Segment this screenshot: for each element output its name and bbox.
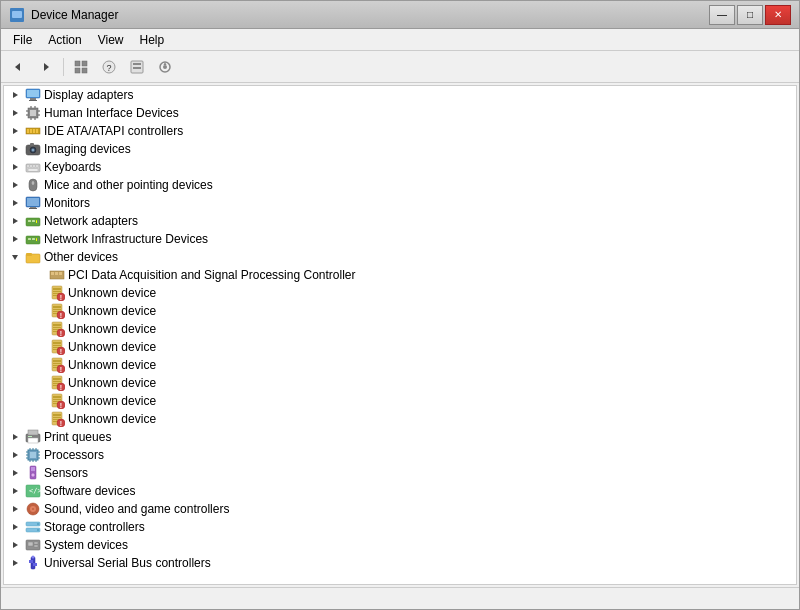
tree-item-unk7[interactable]: !Unknown device: [4, 392, 796, 410]
svg-rect-57: [30, 207, 36, 208]
expand-btn-display[interactable]: [8, 88, 22, 102]
svg-point-157: [31, 473, 35, 477]
minimize-button[interactable]: —: [709, 5, 735, 25]
tree-item-print[interactable]: Print queues: [4, 428, 796, 446]
tree-item-label-storage: Storage controllers: [44, 520, 145, 534]
ide-icon: [25, 123, 41, 139]
expand-btn-sensors[interactable]: [8, 466, 22, 480]
tree-item-storage[interactable]: Storage controllers: [4, 518, 796, 536]
tree-item-label-other: Other devices: [44, 250, 118, 264]
svg-rect-58: [29, 208, 37, 209]
unknown-icon: !: [49, 285, 65, 301]
expand-btn-ide[interactable]: [8, 124, 22, 138]
expand-btn-storage[interactable]: [8, 520, 22, 534]
tree-item-label-netinfra: Network Infrastructure Devices: [44, 232, 208, 246]
tree-item-monitors[interactable]: Monitors: [4, 194, 796, 212]
tree-item-usb[interactable]: Universal Serial Bus controllers: [4, 554, 796, 572]
menu-item-file[interactable]: File: [5, 31, 40, 49]
tree-item-keyboards[interactable]: Keyboards: [4, 158, 796, 176]
svg-point-168: [37, 523, 39, 525]
close-button[interactable]: ✕: [765, 5, 791, 25]
expand-btn-print[interactable]: [8, 430, 22, 444]
svg-rect-80: [53, 291, 61, 292]
tree-item-hid[interactable]: Human Interface Devices: [4, 104, 796, 122]
expand-btn-unk2[interactable]: [32, 304, 46, 318]
tree-item-ide[interactable]: IDE ATA/ATAPI controllers: [4, 122, 796, 140]
tree-item-system[interactable]: System devices: [4, 536, 796, 554]
toolbar-separator-1: [63, 58, 64, 76]
expand-btn-netinfra[interactable]: [8, 232, 22, 246]
device-tree[interactable]: Display adaptersHuman Interface DevicesI…: [3, 85, 797, 585]
storage-icon: [25, 519, 41, 535]
window-title: Device Manager: [31, 8, 118, 22]
expand-btn-unk7[interactable]: [32, 394, 46, 408]
tree-item-unk4[interactable]: !Unknown device: [4, 338, 796, 356]
menu-item-view[interactable]: View: [90, 31, 132, 49]
keyboard-icon: [25, 159, 41, 175]
expand-btn-hid[interactable]: [8, 106, 22, 120]
tree-item-unk8[interactable]: !Unknown device: [4, 410, 796, 428]
sound-icon: [25, 501, 41, 517]
expand-btn-usb[interactable]: [8, 556, 22, 570]
expand-btn-unk1[interactable]: [32, 286, 46, 300]
expand-btn-software[interactable]: [8, 484, 22, 498]
maximize-button[interactable]: □: [737, 5, 763, 25]
back-button[interactable]: [5, 55, 31, 79]
tree-item-display[interactable]: Display adapters: [4, 86, 796, 104]
expand-btn-pci[interactable]: [32, 268, 46, 282]
tree-item-software[interactable]: </>Software devices: [4, 482, 796, 500]
expand-btn-mice[interactable]: [8, 178, 22, 192]
tree-item-label-mice: Mice and other pointing devices: [44, 178, 213, 192]
properties-button[interactable]: [68, 55, 94, 79]
svg-marker-65: [13, 236, 18, 242]
scan-button[interactable]: [152, 55, 178, 79]
expand-btn-unk5[interactable]: [32, 358, 46, 372]
menu-item-action[interactable]: Action: [40, 31, 89, 49]
svg-marker-175: [13, 560, 18, 566]
tree-item-pci[interactable]: PCI Data Acquisition and Signal Processi…: [4, 266, 796, 284]
svg-text:</>: </>: [29, 487, 41, 495]
tree-item-netinfra[interactable]: Network Infrastructure Devices: [4, 230, 796, 248]
expand-btn-unk4[interactable]: [32, 340, 46, 354]
svg-rect-173: [34, 542, 38, 544]
tree-item-sound[interactable]: Sound, video and game controllers: [4, 500, 796, 518]
svg-point-179: [32, 556, 35, 559]
tree-item-other[interactable]: Other devices: [4, 248, 796, 266]
forward-button[interactable]: [33, 55, 59, 79]
software-icon: </>: [25, 483, 41, 499]
tree-item-processors[interactable]: Processors: [4, 446, 796, 464]
update-button[interactable]: [124, 55, 150, 79]
svg-rect-48: [36, 165, 38, 167]
tree-item-unk1[interactable]: !Unknown device: [4, 284, 796, 302]
expand-btn-unk6[interactable]: [32, 376, 46, 390]
title-bar-left: Device Manager: [9, 7, 118, 23]
expand-btn-other[interactable]: [8, 250, 22, 264]
expand-btn-processors[interactable]: [8, 448, 22, 462]
expand-btn-sound[interactable]: [8, 502, 22, 516]
svg-rect-67: [28, 238, 31, 240]
expand-btn-monitors[interactable]: [8, 196, 22, 210]
tree-item-unk3[interactable]: !Unknown device: [4, 320, 796, 338]
tree-item-unk5[interactable]: !Unknown device: [4, 356, 796, 374]
expand-btn-keyboards[interactable]: [8, 160, 22, 174]
expand-btn-network[interactable]: [8, 214, 22, 228]
expand-btn-unk3[interactable]: [32, 322, 46, 336]
tree-item-unk2[interactable]: !Unknown device: [4, 302, 796, 320]
menu-item-help[interactable]: Help: [132, 31, 173, 49]
tree-item-label-display: Display adapters: [44, 88, 133, 102]
expand-btn-imaging[interactable]: [8, 142, 22, 156]
svg-marker-165: [13, 524, 18, 530]
svg-rect-35: [30, 129, 32, 133]
help-button[interactable]: ?: [96, 55, 122, 79]
tree-item-unk6[interactable]: !Unknown device: [4, 374, 796, 392]
tree-item-mice[interactable]: Mice and other pointing devices: [4, 176, 796, 194]
device-manager-window: Device Manager — □ ✕ FileActionViewHelp …: [0, 0, 800, 610]
tree-item-label-ide: IDE ATA/ATAPI controllers: [44, 124, 183, 138]
svg-text:!: !: [60, 366, 62, 373]
tree-item-sensors[interactable]: Sensors: [4, 464, 796, 482]
svg-rect-138: [28, 436, 32, 437]
tree-item-network[interactable]: Network adapters: [4, 212, 796, 230]
expand-btn-system[interactable]: [8, 538, 22, 552]
expand-btn-unk8[interactable]: [32, 412, 46, 426]
tree-item-imaging[interactable]: Imaging devices: [4, 140, 796, 158]
